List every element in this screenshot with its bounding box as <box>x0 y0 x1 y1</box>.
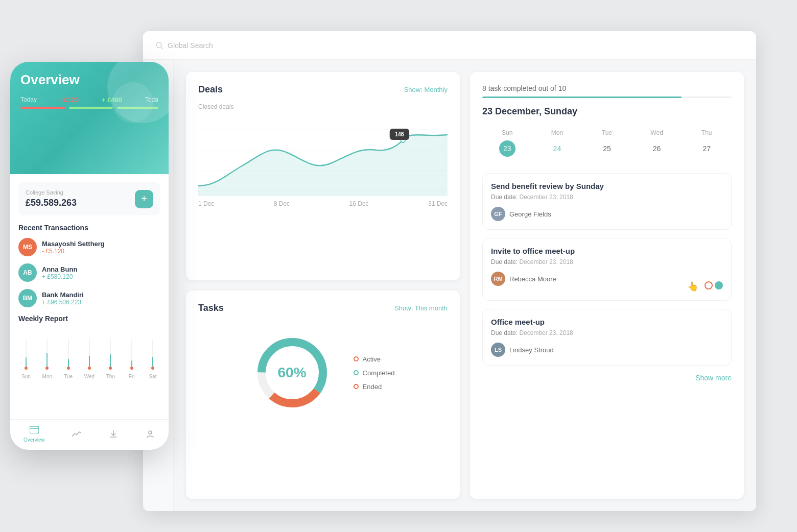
weekly-bars <box>18 329 160 370</box>
deals-title: Deals <box>198 84 223 95</box>
deals-card: Deals Show: Monthly Closed deals <box>186 72 460 280</box>
week-day-sun: Sun 23 <box>482 125 532 161</box>
bar-thu <box>103 339 118 370</box>
tx-avatar-1: MS <box>18 238 37 256</box>
tx-amount-1: - £5.120 <box>42 248 160 255</box>
donut-wrapper: 60% <box>251 332 333 414</box>
task-item-3: Office meet-up Due date: December 23, 20… <box>482 309 732 366</box>
task-item-1: Send benefit review by Sunday Due date: … <box>482 173 732 230</box>
wlabel-tue: Tue <box>61 374 76 379</box>
search-bar[interactable]: Global Search <box>155 41 213 50</box>
svg-point-0 <box>156 42 161 47</box>
tasks-show-label: Show: <box>394 304 413 312</box>
legend-label-completed: Completed <box>363 369 395 377</box>
week-day-thu[interactable]: Thu 27 <box>682 125 732 161</box>
saving-add-button[interactable]: + <box>135 190 153 208</box>
legend: Active Completed Ended <box>354 355 395 391</box>
search-icon <box>155 41 163 50</box>
nav-download[interactable] <box>108 429 119 439</box>
show-more-button[interactable]: Show more <box>482 374 732 382</box>
wlabel-thu: Thu <box>103 374 118 379</box>
saving-label: College Saving <box>26 189 77 196</box>
task-action-1[interactable] <box>705 281 713 289</box>
chart-xaxis: 1 Dec 8 Dec 16 Dec 31 Dec <box>198 200 448 207</box>
phone-today-label: Today <box>20 96 37 104</box>
legend-label-active: Active <box>363 355 381 363</box>
task-due-2: Due date: December 23, 2018 <box>491 258 723 265</box>
tasks-show-selector[interactable]: Show: This month <box>394 304 448 312</box>
tx-item-2: AB Anna Bunn + £580.120 <box>18 263 160 282</box>
task-action-2[interactable] <box>715 281 723 289</box>
tx-name-1: Masayoshi Settherg <box>42 240 160 248</box>
tx-amount-2: + £580.120 <box>42 273 160 280</box>
donut-percentage: 60% <box>278 365 307 381</box>
svg-point-16 <box>149 431 152 434</box>
legend-active: Active <box>354 355 395 363</box>
progress-text: 8 task completed out of 10 <box>482 84 732 92</box>
progress-bar <box>482 96 732 98</box>
phone-prog-red <box>20 107 65 109</box>
bar-sat <box>145 339 160 370</box>
week-day-mon[interactable]: Mon 24 <box>532 125 582 161</box>
phone-nav: Overview <box>10 419 169 450</box>
x-label-4: 31 Dec <box>428 200 448 207</box>
nav-chart[interactable] <box>72 429 82 439</box>
tx-amount-3: + £96.506.223 <box>42 299 160 306</box>
task-item-2: Invite to office meet-up Due date: Decem… <box>482 238 732 301</box>
bar-mon <box>39 339 55 370</box>
chart-icon <box>72 429 82 439</box>
task-assignee-1: GF George Fields <box>491 207 723 221</box>
svg-rect-12 <box>30 426 39 433</box>
phone-header: Overview Today - £120 + £480 Toda <box>10 62 169 174</box>
phone-prog-green2 <box>117 107 158 109</box>
task-due-3: Due date: December 23, 2018 <box>491 329 723 336</box>
weekly-title: Weekly Report <box>18 315 160 323</box>
svg-line-1 <box>161 47 163 49</box>
assignee-name-1: George Fields <box>509 210 551 218</box>
phone-today-pos: + £480 <box>102 96 122 104</box>
assignee-avatar-3: LS <box>491 343 505 357</box>
progress-container: 8 task completed out of 10 <box>482 84 732 98</box>
tx-info-2: Anna Bunn + £580.120 <box>42 265 160 280</box>
bar-wed <box>82 339 97 370</box>
person-icon <box>145 429 155 439</box>
tx-info-1: Masayoshi Settherg - £5.120 <box>42 240 160 255</box>
legend-dot-completed <box>354 370 359 375</box>
week-day-wed[interactable]: Wed 26 <box>632 125 682 161</box>
legend-dot-active <box>354 356 359 361</box>
task-title-2: Invite to office meet-up <box>491 247 723 255</box>
wlabel-sat: Sat <box>145 374 160 379</box>
tasks-card: Tasks Show: This month <box>186 291 460 499</box>
wlabel-fri: Fri <box>124 374 139 379</box>
search-placeholder: Global Search <box>168 41 213 50</box>
week-calendar: Sun 23 Mon 24 Tue 25 Wed 26 <box>482 125 732 161</box>
deals-show-value[interactable]: Monthly <box>424 86 448 93</box>
legend-completed: Completed <box>354 369 395 377</box>
calendar-panel: 8 task completed out of 10 23 December, … <box>470 72 744 499</box>
phone-title: Overview <box>20 72 158 88</box>
deals-chart: 146 <box>198 114 448 196</box>
x-label-2: 8 Dec <box>274 200 290 207</box>
assignee-name-2: Rebecca Moore <box>509 275 556 283</box>
tasks-title: Tasks <box>198 303 224 313</box>
tasks-show-value[interactable]: This month <box>415 304 448 312</box>
tx-avatar-3: BM <box>18 289 37 307</box>
topbar: Global Search <box>143 31 756 60</box>
x-label-3: 16 Dec <box>349 200 369 207</box>
week-day-tue[interactable]: Tue 25 <box>582 125 632 161</box>
tx-name-2: Anna Bunn <box>42 265 160 273</box>
phone-prog-green <box>69 107 113 109</box>
task-title-1: Send benefit review by Sunday <box>491 182 723 190</box>
tx-item-3: BM Bank Mandiri + £96.506.223 <box>18 289 160 307</box>
nav-person[interactable] <box>145 429 155 439</box>
deals-show-selector[interactable]: Show: Monthly <box>404 86 448 93</box>
deals-show-label: Show: <box>404 86 423 93</box>
tx-name-3: Bank Mandiri <box>42 291 160 299</box>
wlabel-sun: Sun <box>18 374 34 379</box>
bar-tue <box>61 339 76 370</box>
saving-card: College Saving £59.589.263 + <box>18 182 160 215</box>
nav-overview[interactable]: Overview <box>24 425 45 443</box>
phone-today-label2: Toda <box>145 96 158 104</box>
task-due-1: Due date: December 23, 2018 <box>491 194 723 201</box>
legend-label-ended: Ended <box>363 383 382 391</box>
